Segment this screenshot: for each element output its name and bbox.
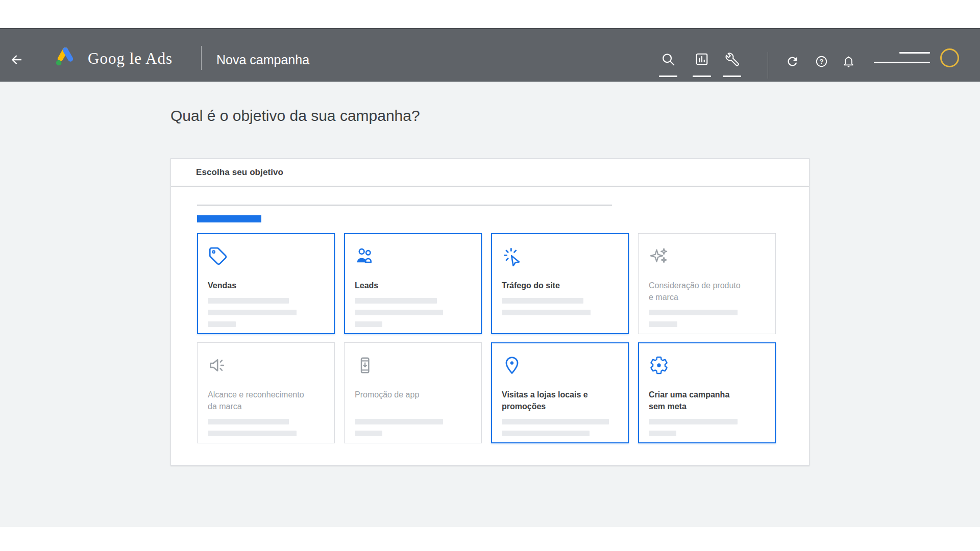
description-placeholder-group xyxy=(208,298,325,327)
objective-card-title: Leads xyxy=(355,280,472,291)
objective-card-criar-uma-campanha-sem-meta[interactable]: Criar uma campanha sem meta xyxy=(638,342,776,443)
search-icon xyxy=(660,52,676,67)
text-placeholder-bar xyxy=(208,321,236,327)
search-label-placeholder xyxy=(659,76,677,77)
appbar-page-title: Nova campanha xyxy=(216,51,309,69)
description-placeholder-group xyxy=(649,310,766,327)
tools-button[interactable] xyxy=(721,52,743,77)
objective-card-title: Tráfego do site xyxy=(502,280,619,291)
text-placeholder-bar xyxy=(502,419,609,424)
text-placeholder-bar xyxy=(355,419,443,424)
bell-icon xyxy=(842,55,855,68)
help-button[interactable]: ? xyxy=(815,55,828,68)
objective-card-vendas[interactable]: Vendas xyxy=(197,233,335,334)
text-placeholder-bar xyxy=(355,431,382,436)
page-content: Qual é o objetivo da sua campanha? Escol… xyxy=(0,82,980,527)
description-placeholder-group xyxy=(502,298,619,315)
text-placeholder-bar xyxy=(502,310,591,315)
text-placeholder-bar xyxy=(208,310,297,315)
text-placeholder-bar xyxy=(502,431,590,436)
reports-button[interactable] xyxy=(691,52,713,77)
people-icon xyxy=(355,246,472,266)
svg-text:?: ? xyxy=(820,58,824,65)
account-text-placeholder xyxy=(874,62,930,63)
description-placeholder-group xyxy=(208,419,325,436)
objective-card-consideracao-de-produto-e-marca[interactable]: Consideração de produto e marca xyxy=(638,233,776,334)
objective-card-leads[interactable]: Leads xyxy=(344,233,482,334)
top-margin xyxy=(0,0,980,28)
description-placeholder-group xyxy=(649,419,766,436)
notifications-button[interactable] xyxy=(842,55,855,68)
sparkles-icon xyxy=(649,246,766,266)
text-placeholder-bar xyxy=(355,321,382,327)
tag-icon xyxy=(208,246,325,266)
wrench-icon xyxy=(724,52,740,67)
objective-card-visitas-a-lojas-locais-e-promocoes[interactable]: Visitas a lojas locais e promoções xyxy=(491,342,629,443)
objective-panel: Escolha seu objetivo Vendas Leads Tráfeg… xyxy=(170,158,810,466)
objective-card-trafego-do-site[interactable]: Tráfego do site xyxy=(491,233,629,334)
text-placeholder-bar xyxy=(208,419,289,424)
objective-card-title: Promoção de app xyxy=(355,389,472,412)
brand-text: Goog le Ads xyxy=(88,48,173,69)
phone-download-icon xyxy=(355,355,472,375)
arrow-left-icon xyxy=(9,53,23,67)
refresh-button[interactable] xyxy=(786,55,799,68)
gear-icon xyxy=(649,355,766,375)
reports-label-placeholder xyxy=(693,76,711,77)
help-icon: ? xyxy=(815,55,828,68)
chart-icon xyxy=(694,52,709,67)
description-placeholder-group xyxy=(355,298,472,327)
objective-card-title: Criar uma campanha sem meta xyxy=(649,389,766,412)
objective-card-title: Consideração de produto e marca xyxy=(649,280,766,303)
objective-grid: Vendas Leads Tráfego do site Consideraçã… xyxy=(197,233,776,443)
brand-divider xyxy=(201,46,202,70)
back-button[interactable] xyxy=(9,53,23,67)
text-placeholder-bar xyxy=(502,298,583,304)
description-placeholder-group xyxy=(502,419,619,436)
description-placeholder-group xyxy=(355,419,472,436)
panel-title: Escolha seu objetivo xyxy=(196,167,283,178)
text-placeholder-bar xyxy=(649,419,738,424)
text-placeholder-bar xyxy=(355,298,437,304)
text-placeholder-bar xyxy=(649,310,738,315)
panel-header: Escolha seu objetivo xyxy=(171,159,809,187)
objective-card-promocao-de-app[interactable]: Promoção de app xyxy=(344,342,482,443)
objective-card-alcance-e-reconhecimento-da-marca[interactable]: Alcance e reconhecimento da marca xyxy=(197,342,335,443)
objective-card-title: Visitas a lojas locais e promoções xyxy=(502,389,619,412)
bottom-margin xyxy=(0,527,980,551)
refresh-icon xyxy=(786,55,799,68)
text-placeholder-bar xyxy=(649,321,677,327)
text-placeholder-bar xyxy=(649,431,676,436)
tools-label-placeholder xyxy=(723,76,741,77)
text-placeholder-bar xyxy=(208,298,289,304)
cursor-click-icon xyxy=(502,246,619,266)
description-text-placeholder xyxy=(197,205,612,206)
question-title: Qual é o objetivo da sua campanha? xyxy=(170,106,420,126)
megaphone-icon xyxy=(208,355,325,375)
text-placeholder-bar xyxy=(208,431,297,436)
avatar[interactable] xyxy=(940,48,959,67)
google-ads-logo-icon xyxy=(54,46,77,68)
link-text-placeholder xyxy=(197,215,261,222)
app-bar: Goog le Ads Nova campanha ? xyxy=(0,28,980,82)
account-text-placeholder xyxy=(899,52,930,54)
text-placeholder-bar xyxy=(355,310,443,315)
panel-body: Vendas Leads Tráfego do site Consideraçã… xyxy=(171,187,809,464)
map-pin-icon xyxy=(502,355,619,375)
objective-card-title: Vendas xyxy=(208,280,325,291)
objective-card-title: Alcance e reconhecimento da marca xyxy=(208,389,325,412)
search-button[interactable] xyxy=(657,52,679,77)
toolbar-divider xyxy=(768,52,768,79)
